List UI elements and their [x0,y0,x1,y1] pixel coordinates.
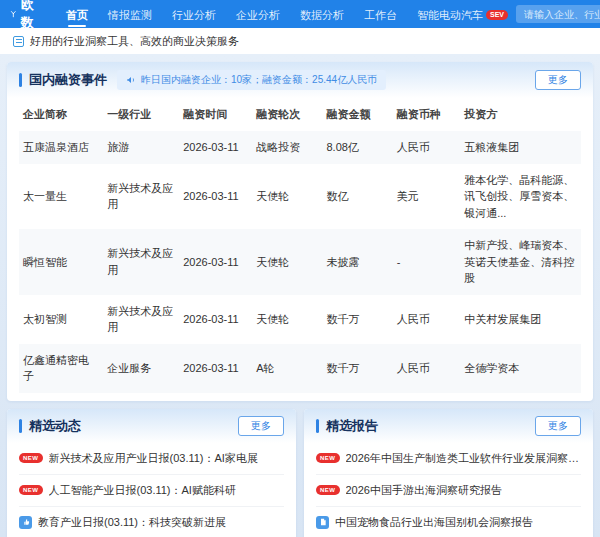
list-item-text: 教育产业日报(03.11)：科技突破新进展 [38,515,226,530]
cell-industry: 新兴技术及应用 [103,229,179,295]
list-item[interactable]: 中国宠物食品行业出海国别机会洞察报告 [316,507,581,537]
main-nav: 首页 情报监测 行业分析 企业分析 数据分析 工作台 智能电动汽车 SEV [66,1,508,28]
column-header-amount: 融资金额 [322,98,392,131]
list-item[interactable]: NEW 新兴技术及应用产业日报(03.11)：AI家电展 [19,443,284,475]
reports-title: 精选报告 [326,417,378,435]
list-item-text: 中国宠物食品行业出海国别机会洞察报告 [335,515,533,530]
main-content: 国内融资事件 昨日国内融资企业：10家；融资金额：25.44亿人民币 更多 企业… [0,54,600,537]
cell-company[interactable]: 太一量生 [19,164,103,230]
column-header-currency: 融资币种 [393,98,460,131]
top-navigation-bar: 亿欧数据 首页 情报监测 行业分析 企业分析 数据分析 工作台 智能电动汽车 S… [0,0,600,28]
cell-investors[interactable]: 雅本化学、晶科能源、讯飞创投、厚雪资本、银河通... [460,164,581,230]
reports-panel-header: 精选报告 更多 [304,409,593,443]
table-row[interactable]: 太一量生 新兴技术及应用 2026-03-11 天使轮 数亿 美元 雅本化学、晶… [19,164,581,230]
list-item-text: 新兴技术及应用产业日报(03.11)：AI家电展 [49,451,258,466]
cell-currency: - [393,229,460,295]
table-row[interactable]: 太初智测 新兴技术及应用 2026-03-11 天使轮 数千万 人民币 中关村发… [19,295,581,344]
financing-panel-header: 国内融资事件 昨日国内融资企业：10家；融资金额：25.44亿人民币 更多 [7,62,593,98]
list-item-text: 2026年中国生产制造类工业软件行业发展洞察报告 [346,451,582,466]
cell-amount: 未披露 [322,229,392,295]
nav-item-home[interactable]: 首页 [66,1,88,28]
cell-round: 天使轮 [252,295,322,344]
cell-round: 天使轮 [252,229,322,295]
nav-item-sev-label: 智能电动汽车 [417,8,483,23]
dynamics-panel-header: 精选动态 更多 [7,409,296,443]
financing-summary-text: 昨日国内融资企业：10家；融资金额：25.44亿人民币 [141,73,377,87]
financing-more-button[interactable]: 更多 [535,70,581,90]
table-row[interactable]: 五康温泉酒店 旅游 2026-03-11 战略投资 8.08亿 人民币 五粮液集… [19,131,581,164]
cell-date: 2026-03-11 [179,164,252,230]
financing-table: 企业简称 一级行业 融资时间 融资轮次 融资金额 融资币种 投资方 五康温泉酒店… [19,98,581,393]
cell-currency: 人民币 [393,295,460,344]
sev-badge: SEV [486,10,508,20]
cell-round: 天使轮 [252,164,322,230]
cell-industry: 新兴技术及应用 [103,295,179,344]
cell-amount: 数千万 [322,344,392,393]
cell-investors[interactable]: 全德学资本 [460,344,581,393]
cell-company[interactable]: 太初智测 [19,295,103,344]
cell-company[interactable]: 亿鑫通精密电子 [19,344,103,393]
tagline-text: 好用的行业洞察工具、高效的商业决策服务 [30,34,239,49]
reports-more-button[interactable]: 更多 [535,416,581,436]
cell-round: A轮 [252,344,322,393]
dynamics-title: 精选动态 [29,417,81,435]
cell-industry: 旅游 [103,131,179,164]
dynamics-list: NEW 新兴技术及应用产业日报(03.11)：AI家电展 NEW 人工智能产业日… [7,443,296,537]
cell-investors[interactable]: 中新产投、峰瑞资本、英诺天使基金、清科控股 [460,229,581,295]
nav-item-sev[interactable]: 智能电动汽车 SEV [417,1,508,28]
cell-currency: 人民币 [393,131,460,164]
nav-item-data[interactable]: 数据分析 [300,1,344,28]
cell-investors[interactable]: 中关村发展集团 [460,295,581,344]
reports-list: NEW 2026年中国生产制造类工业软件行业发展洞察报告 NEW 2026中国手… [304,443,593,537]
cell-amount: 数千万 [322,295,392,344]
report-icon [316,516,329,529]
daily-icon [19,516,32,529]
search-input[interactable] [516,5,600,23]
cell-company[interactable]: 瞬恒智能 [19,229,103,295]
cell-date: 2026-03-11 [179,131,252,164]
accent-bar [19,73,22,87]
column-header-industry: 一级行业 [103,98,179,131]
cell-date: 2026-03-11 [179,229,252,295]
column-header-round: 融资轮次 [252,98,322,131]
cell-currency: 人民币 [393,344,460,393]
nav-item-workbench[interactable]: 工作台 [364,1,397,28]
table-row[interactable]: 亿鑫通精密电子 企业服务 2026-03-11 A轮 数千万 人民币 全德学资本 [19,344,581,393]
tagline-bar: 好用的行业洞察工具、高效的商业决策服务 [0,28,600,54]
note-icon [13,36,24,47]
financing-title: 国内融资事件 [29,71,107,89]
megaphone-icon [126,75,136,85]
table-row[interactable]: 瞬恒智能 新兴技术及应用 2026-03-11 天使轮 未披露 - 中新产投、峰… [19,229,581,295]
cell-amount: 数亿 [322,164,392,230]
accent-bar [316,419,319,433]
nav-item-intel[interactable]: 情报监测 [108,1,152,28]
new-badge: NEW [19,485,43,495]
list-item[interactable]: NEW 人工智能产业日报(03.11)：AI赋能科研 [19,475,284,507]
bottom-panels: 精选动态 更多 NEW 新兴技术及应用产业日报(03.11)：AI家电展 NEW… [7,409,593,537]
new-badge: NEW [316,453,340,463]
nav-item-company[interactable]: 企业分析 [236,1,280,28]
cell-industry: 新兴技术及应用 [103,164,179,230]
cell-round: 战略投资 [252,131,322,164]
cell-industry: 企业服务 [103,344,179,393]
dynamics-more-button[interactable]: 更多 [238,416,284,436]
cell-date: 2026-03-11 [179,344,252,393]
cell-currency: 美元 [393,164,460,230]
nav-item-industry[interactable]: 行业分析 [172,1,216,28]
column-header-date: 融资时间 [179,98,252,131]
new-badge: NEW [316,485,340,495]
financing-summary-pill: 昨日国内融资企业：10家；融资金额：25.44亿人民币 [117,70,386,90]
accent-bar [19,419,22,433]
list-item-text: 人工智能产业日报(03.11)：AI赋能科研 [49,483,236,498]
column-header-investors: 投资方 [460,98,581,131]
cell-investors[interactable]: 五粮液集团 [460,131,581,164]
list-item[interactable]: NEW 2026年中国生产制造类工业软件行业发展洞察报告 [316,443,581,475]
logo-icon [10,6,17,22]
reports-panel: 精选报告 更多 NEW 2026年中国生产制造类工业软件行业发展洞察报告 NEW… [304,409,593,537]
list-item[interactable]: 教育产业日报(03.11)：科技突破新进展 [19,507,284,537]
cell-company[interactable]: 五康温泉酒店 [19,131,103,164]
new-badge: NEW [19,453,43,463]
list-item-text: 2026中国手游出海洞察研究报告 [346,483,502,498]
cell-date: 2026-03-11 [179,295,252,344]
list-item[interactable]: NEW 2026中国手游出海洞察研究报告 [316,475,581,507]
